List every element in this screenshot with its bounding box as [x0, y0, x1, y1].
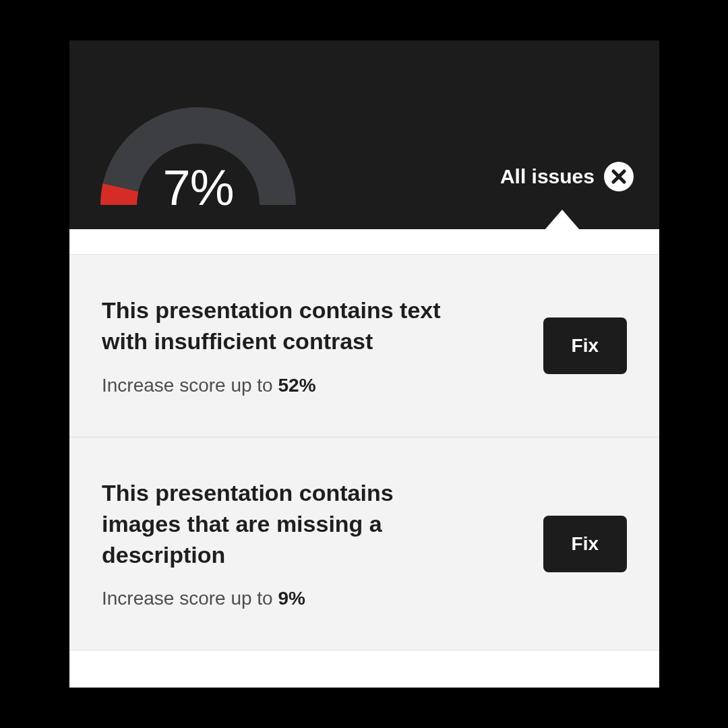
- header-spacer: [69, 229, 659, 255]
- score-gauge: 7%: [94, 94, 303, 209]
- fix-button[interactable]: Fix: [543, 516, 627, 572]
- issue-increase-prefix: Increase score up to: [102, 375, 278, 396]
- panel-header: 7% All issues: [69, 40, 659, 229]
- issue-subtext: Increase score up to 9%: [102, 588, 522, 609]
- accessibility-panel: 7% All issues This presentation contains…: [69, 40, 659, 688]
- fix-button[interactable]: Fix: [543, 317, 627, 374]
- callout-arrow-icon: [545, 210, 580, 230]
- all-issues-label: All issues: [500, 165, 595, 188]
- issue-subtext: Increase score up to 52%: [102, 375, 522, 396]
- all-issues-toggle[interactable]: All issues: [500, 162, 634, 191]
- close-icon: [611, 169, 626, 184]
- issue-card: This presentation contains text with ins…: [69, 255, 659, 437]
- issue-title: This presentation contains images that a…: [102, 478, 452, 571]
- issue-increase-value: 52%: [278, 375, 315, 396]
- issue-increase-value: 9%: [278, 588, 305, 609]
- score-label: 7%: [94, 159, 303, 216]
- close-button[interactable]: [604, 162, 634, 191]
- issue-title: This presentation contains text with ins…: [102, 295, 452, 357]
- issue-card: This presentation contains images that a…: [69, 437, 659, 651]
- issue-increase-prefix: Increase score up to: [102, 588, 278, 609]
